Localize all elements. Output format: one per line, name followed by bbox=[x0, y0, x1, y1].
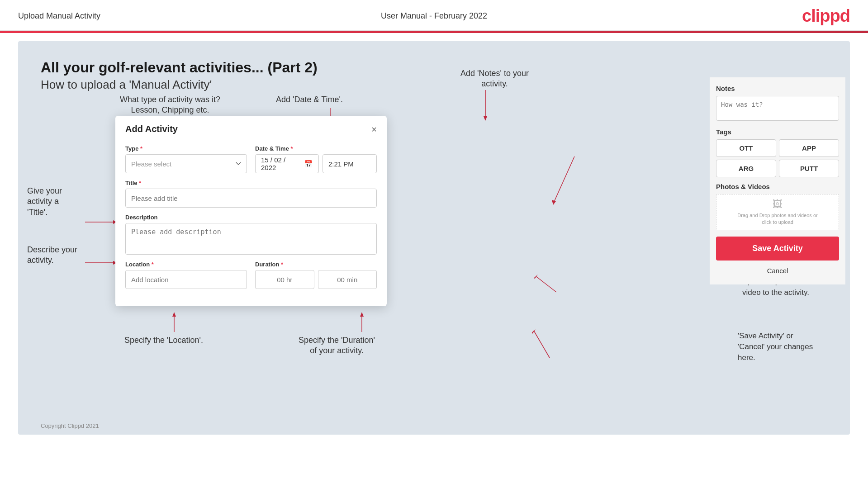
duration-inputs bbox=[255, 270, 377, 289]
location-label: Location * bbox=[125, 261, 247, 268]
form-row-type-datetime: Type * Please select Date & Time * 15 / … bbox=[125, 145, 377, 173]
tags-label: Tags bbox=[716, 128, 839, 136]
notes-textarea[interactable] bbox=[716, 96, 839, 121]
tags-grid: OTT APP ARG PUTT bbox=[716, 139, 839, 177]
form-row-location-duration: Location * Duration * bbox=[125, 261, 377, 289]
photos-label: Photos & Videos bbox=[716, 183, 839, 190]
save-activity-button[interactable]: Save Activity bbox=[716, 237, 839, 261]
type-required: * bbox=[138, 145, 142, 152]
location-required: * bbox=[150, 261, 154, 268]
description-textarea[interactable] bbox=[125, 223, 377, 255]
datetime-label: Date & Time * bbox=[255, 145, 377, 152]
svg-marker-19 bbox=[532, 329, 536, 334]
notes-label: Notes bbox=[716, 85, 839, 92]
svg-line-18 bbox=[534, 331, 550, 358]
upload-area[interactable]: 🖼 Drag and Drop photos and videos orclic… bbox=[716, 194, 839, 230]
svg-marker-15 bbox=[552, 200, 556, 205]
modal-close-button[interactable]: × bbox=[371, 125, 377, 134]
main-content: All your golf-relevant activities... (Pa… bbox=[18, 41, 850, 435]
date-input[interactable]: 15 / 02 / 2022 📅 bbox=[255, 154, 319, 173]
phone-inner: Notes Tags OTT APP ARG PUTT Photos & Vid… bbox=[710, 77, 845, 284]
svg-marker-11 bbox=[360, 312, 364, 317]
duration-hr-input[interactable] bbox=[255, 270, 314, 289]
annotation-title: Give your activity a'Title'. bbox=[27, 186, 86, 218]
title-group: Title * bbox=[125, 180, 377, 208]
svg-line-16 bbox=[536, 276, 556, 292]
tag-app[interactable]: APP bbox=[779, 139, 839, 157]
duration-label: Duration * bbox=[255, 261, 377, 268]
svg-marker-17 bbox=[534, 275, 538, 279]
upload-icon: 🖼 bbox=[773, 199, 783, 210]
annotation-location: Specify the 'Location'. bbox=[124, 335, 203, 346]
annotation-describe: Describe youractivity. bbox=[27, 245, 86, 266]
location-input[interactable] bbox=[125, 270, 247, 289]
modal-header: Add Activity × bbox=[115, 116, 387, 141]
datetime-required: * bbox=[289, 145, 293, 152]
duration-required: * bbox=[279, 261, 283, 268]
title-field-label: Title * bbox=[125, 180, 377, 186]
duration-group: Duration * bbox=[255, 261, 377, 289]
modal-title: Add Activity bbox=[125, 124, 178, 134]
time-input[interactable]: 2:21 PM bbox=[323, 154, 377, 173]
add-activity-modal: Add Activity × Type * Please select Date… bbox=[115, 116, 387, 306]
type-label: Type * bbox=[125, 145, 247, 152]
annotation-notes: Add 'Notes' to youractivity. bbox=[460, 68, 529, 90]
datetime-group: Date & Time * 15 / 02 / 2022 📅 2:21 PM bbox=[255, 145, 377, 173]
phone-panel: Notes Tags OTT APP ARG PUTT Photos & Vid… bbox=[710, 77, 845, 284]
modal-body: Type * Please select Date & Time * 15 / … bbox=[115, 141, 387, 306]
description-group: Description bbox=[125, 214, 377, 255]
header-left-label: Upload Manual Activity bbox=[18, 11, 100, 21]
duration-min-input[interactable] bbox=[318, 270, 377, 289]
location-group: Location * bbox=[125, 261, 247, 289]
svg-marker-13 bbox=[484, 116, 487, 121]
accent-bar bbox=[0, 31, 868, 33]
annotation-what-type: What type of activity was it?Lesson, Chi… bbox=[120, 95, 220, 116]
annotation-duration: Specify the 'Duration'of your activity. bbox=[299, 335, 375, 356]
section-title: All your golf-relevant activities... (Pa… bbox=[41, 59, 827, 76]
title-input[interactable] bbox=[125, 189, 377, 208]
type-select[interactable]: Please select bbox=[125, 154, 247, 173]
title-required: * bbox=[138, 180, 142, 186]
cancel-link[interactable]: Cancel bbox=[716, 265, 839, 277]
tag-putt[interactable]: PUTT bbox=[779, 160, 839, 177]
type-group: Type * Please select bbox=[125, 145, 247, 173]
tag-arg[interactable]: ARG bbox=[716, 160, 776, 177]
annotation-save: 'Save Activity' or'Cancel' your changesh… bbox=[738, 331, 842, 363]
date-time-group: 15 / 02 / 2022 📅 2:21 PM bbox=[255, 154, 377, 173]
description-label: Description bbox=[125, 214, 377, 221]
calendar-icon: 📅 bbox=[304, 160, 313, 168]
annotation-date-time: Add 'Date & Time'. bbox=[276, 95, 343, 105]
tag-ott[interactable]: OTT bbox=[716, 139, 776, 157]
svg-line-14 bbox=[554, 156, 574, 202]
svg-marker-9 bbox=[172, 312, 176, 317]
upload-text: Drag and Drop photos and videos orclick … bbox=[737, 212, 817, 226]
header: Upload Manual Activity User Manual - Feb… bbox=[0, 0, 868, 31]
header-center-label: User Manual - February 2022 bbox=[381, 11, 487, 21]
logo: clippd bbox=[802, 6, 850, 26]
copyright: Copyright Clippd 2021 bbox=[41, 422, 99, 429]
